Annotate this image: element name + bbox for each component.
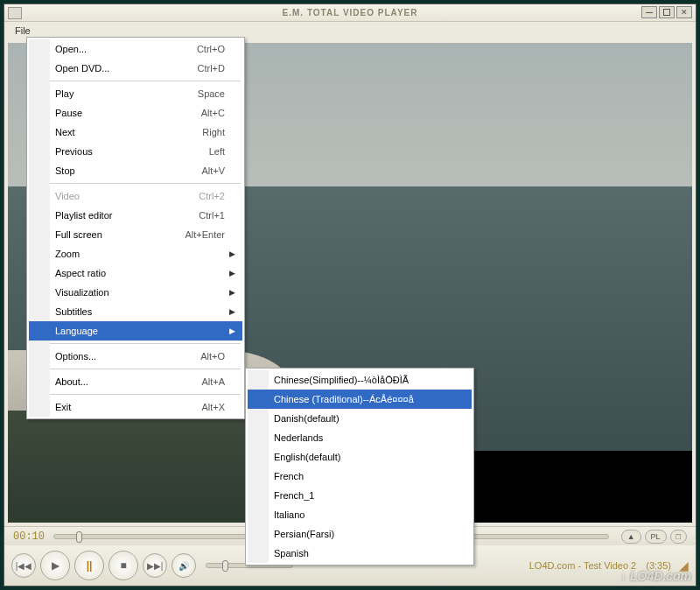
menu-item-label: Visualization (55, 287, 109, 298)
menu-item[interactable]: Playlist editorCtrl+1 (29, 206, 242, 225)
prev-button[interactable]: |◀◀ (11, 553, 36, 578)
submenu-item[interactable]: Italiano (248, 505, 472, 524)
menu-item[interactable]: Aspect ratio▶ (29, 263, 242, 283)
menu-separator (31, 183, 241, 184)
eq-button[interactable]: □ (670, 530, 687, 544)
submenu-item[interactable]: Danish(default) (248, 409, 472, 428)
submenu-item-label: Chinese (Traditional)--ÁcÅé¤¤¤å (274, 394, 414, 404)
menu-item[interactable]: Visualization▶ (29, 283, 242, 302)
watermark: ↓ LO4D.com (620, 569, 691, 583)
submenu-item[interactable]: French_1 (248, 486, 472, 505)
playlist-button[interactable]: PL (645, 530, 667, 544)
menu-item-shortcut: Ctrl+D (198, 63, 225, 74)
menu-item-shortcut: Alt+V (201, 165, 225, 176)
menu-item-shortcut: Alt+X (201, 402, 225, 412)
menu-separator (31, 369, 241, 369)
menu-item-label: Options... (55, 351, 96, 362)
menu-item-shortcut: Alt+O (200, 351, 225, 362)
submenu-item-label: Spanish (274, 548, 309, 558)
close-button[interactable]: ✕ (676, 6, 692, 18)
menu-item-label: Aspect ratio (55, 268, 106, 278)
menu-item-label: Exit (55, 402, 71, 412)
mute-button[interactable]: 🔊 (172, 553, 196, 578)
menu-item[interactable]: PreviousLeft (29, 142, 242, 161)
menu-item-label: About... (55, 376, 88, 387)
stop-button[interactable]: ■ (108, 551, 138, 580)
menu-item-label: Full screen (55, 229, 102, 240)
submenu-item[interactable]: Chinese(Simplified)--¼òÌåÖÐÌÃ (248, 370, 472, 390)
menu-item[interactable]: Zoom▶ (29, 244, 242, 263)
menu-item-shortcut: Right (202, 127, 225, 137)
menu-separator (31, 343, 241, 344)
menu-item[interactable]: ExitAlt+X (29, 397, 242, 417)
submenu-arrow-icon: ▶ (229, 288, 235, 297)
menu-item-label: Video (55, 191, 80, 201)
menu-item[interactable]: Open...Ctrl+O (29, 39, 242, 59)
seek-knob[interactable] (76, 531, 82, 543)
titlebar: E.M. TOTAL VIDEO PLAYER ✕ (4, 4, 696, 22)
menu-item-label: Play (55, 88, 74, 99)
app-title: E.M. TOTAL VIDEO PLAYER (283, 8, 418, 18)
menu-item-shortcut: Space (198, 88, 225, 99)
menu-item-label: Language (55, 326, 98, 336)
menu-item-shortcut: Ctrl+2 (199, 191, 225, 201)
submenu-item[interactable]: Chinese (Traditional)--ÁcÅé¤¤¤å (248, 390, 472, 409)
menu-item-label: Zoom (55, 249, 80, 259)
eject-button[interactable]: ▲ (621, 530, 641, 544)
menu-item: VideoCtrl+2 (29, 186, 242, 206)
context-menu: Open...Ctrl+OOpen DVD...Ctrl+DPlaySpaceP… (26, 37, 245, 419)
menu-item-label: Next (55, 127, 75, 137)
submenu-item[interactable]: Spanish (248, 544, 472, 563)
menu-item-shortcut: Alt+C (201, 108, 225, 118)
menu-item-shortcut: Alt+A (201, 376, 225, 387)
menu-item-shortcut: Ctrl+O (197, 44, 225, 54)
titlebar-left-button[interactable] (8, 7, 22, 19)
menu-item-label: Stop (55, 165, 75, 176)
menu-item[interactable]: PauseAlt+C (29, 103, 242, 123)
submenu-item-label: French_1 (274, 490, 314, 501)
menu-item[interactable]: Language▶ (29, 321, 242, 341)
language-submenu: Chinese(Simplified)--¼òÌåÖÐÌÃChinese (Tr… (245, 368, 474, 565)
submenu-item-label: Chinese(Simplified)--¼òÌåÖÐÌÃ (274, 375, 409, 385)
submenu-item-label: English(default) (274, 452, 340, 462)
minimize-icon (646, 12, 653, 13)
submenu-arrow-icon: ▶ (229, 269, 235, 277)
menu-item[interactable]: Subtitles▶ (29, 302, 242, 321)
menu-item-shortcut: Left (209, 146, 225, 157)
menu-item-label: Playlist editor (55, 210, 112, 221)
submenu-item-label: French (274, 471, 304, 481)
menu-file[interactable]: File (10, 24, 36, 38)
submenu-arrow-icon: ▶ (229, 327, 235, 335)
submenu-item-label: Danish(default) (274, 413, 340, 424)
minimize-button[interactable] (641, 6, 657, 18)
menu-item[interactable]: PlaySpace (29, 84, 242, 103)
current-time: 00:10 (13, 530, 48, 543)
menu-item[interactable]: Options...Alt+O (29, 347, 242, 366)
menu-separator (31, 394, 241, 395)
volume-knob[interactable] (222, 560, 228, 572)
right-pills: ▲ PL □ (621, 530, 687, 544)
submenu-item[interactable]: French (248, 467, 472, 486)
submenu-item[interactable]: Nederlands (248, 428, 472, 447)
menu-item-shortcut: Ctrl+1 (199, 210, 225, 221)
menu-item-label: Open DVD... (55, 63, 109, 74)
submenu-item-label: Nederlands (274, 432, 323, 443)
submenu-item[interactable]: Persian(Farsi) (248, 524, 472, 544)
menu-item-label: Subtitles (55, 306, 92, 317)
menu-item-label: Previous (55, 146, 93, 157)
menu-item[interactable]: Open DVD...Ctrl+D (29, 59, 242, 78)
menu-item[interactable]: About...Alt+A (29, 372, 242, 391)
menu-item-shortcut: Alt+Enter (185, 229, 225, 240)
menu-item[interactable]: NextRight (29, 123, 242, 142)
pause-button[interactable]: || (74, 551, 104, 580)
menu-item[interactable]: Full screenAlt+Enter (29, 225, 242, 244)
menu-item-label: Pause (55, 108, 82, 118)
maximize-button[interactable] (659, 6, 675, 18)
submenu-item[interactable]: English(default) (248, 447, 472, 467)
submenu-arrow-icon: ▶ (229, 307, 235, 316)
window-controls: ✕ (641, 6, 692, 18)
menu-item-label: Open... (55, 44, 87, 54)
play-button[interactable]: ▶ (40, 551, 70, 580)
menu-item[interactable]: StopAlt+V (29, 161, 242, 180)
next-button[interactable]: ▶▶| (143, 553, 167, 578)
